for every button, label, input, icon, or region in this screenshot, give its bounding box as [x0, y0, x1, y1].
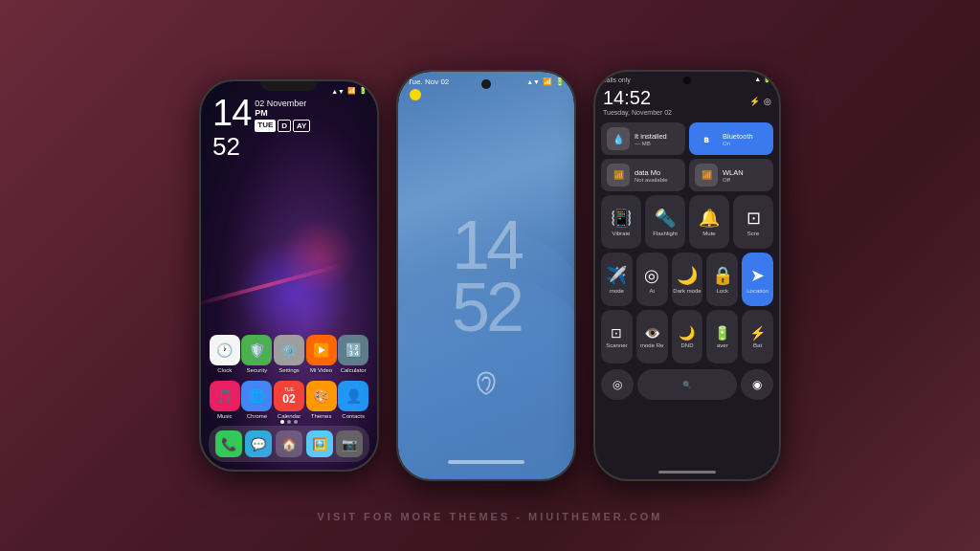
tile-mute[interactable]: 🔔 Mute — [689, 195, 729, 249]
tile-install-sub: — MB — [635, 141, 679, 146]
phones-container: ▲▼ 📶 🔋 14 02 November PM TUE D — [199, 0, 781, 551]
tile-readmode[interactable]: 👁️ mode Re — [636, 310, 668, 364]
app-themes[interactable]: 🎨 Themes — [305, 381, 338, 419]
dock-camera[interactable]: 📷 — [336, 430, 363, 457]
phone1-time: 14 — [212, 95, 251, 131]
phone2-minute: 52 — [452, 276, 521, 339]
dock-gallery[interactable]: 🖼️ — [306, 430, 333, 457]
tile-data-sub: Not available — [635, 177, 679, 183]
phone3-tiles: 💧 It installed — MB ʙ — [595, 120, 779, 366]
dock-home[interactable]: 🏠 — [276, 430, 302, 457]
phone3-bottom-btn3[interactable]: ◉ — [741, 369, 773, 400]
phone3-small-row2: ✈️ mode ◎ Ai 🌙 Dark mode 🔒 — [601, 253, 773, 306]
phone2-home-bar — [448, 460, 524, 464]
app-calendar[interactable]: TUE02 Calendar — [273, 381, 305, 419]
phone2-date-status: Tue. Nov 02 — [408, 77, 449, 86]
app-settings[interactable]: ⚙️ Settings — [273, 335, 305, 373]
dock-messages[interactable]: 💬 — [245, 430, 272, 457]
phone2-weather-icon — [410, 89, 421, 100]
tile-screen-label: Scre — [747, 231, 759, 236]
phone3-bottom-search[interactable]: 🔍 — [637, 369, 736, 400]
tile-scanner[interactable]: ⊡ Scanner — [601, 310, 633, 364]
phone-home: ▲▼ 📶 🔋 14 02 November PM TUE D — [199, 79, 379, 472]
tile-install-icon: 💧 — [607, 127, 630, 150]
tile-bluetooth-title: Bluetooth — [723, 132, 768, 141]
tile-darkmode-label: Dark mode — [673, 288, 701, 294]
tile-darkmode[interactable]: 🌙 Dark mode — [672, 253, 703, 306]
phone3-settings-icon[interactable]: ◎ — [764, 97, 771, 106]
tile-lock[interactable]: 🔒 Lock — [706, 253, 738, 306]
phone1-day1: TUE — [255, 120, 276, 132]
phone1-day2: D — [278, 120, 291, 132]
tile-screen[interactable]: ⊡ Scre — [733, 195, 773, 249]
tile-data-title: data Mo — [635, 168, 679, 177]
tile-wlan-icon: 📶 — [695, 164, 718, 187]
dock-phone[interactable]: 📞 — [215, 430, 242, 457]
app-music[interactable]: 🎵 Music — [209, 381, 241, 419]
phone1-screen: ▲▼ 📶 🔋 14 02 November PM TUE D — [201, 81, 377, 470]
phone1-date: 02 November — [255, 99, 310, 108]
tile-vibrate-label: Vibrate — [612, 231, 631, 236]
tile-lock-label: Lock — [716, 288, 728, 294]
tile-wlan[interactable]: 📶 WLAN Off — [689, 159, 773, 191]
app-security[interactable]: 🛡️ Security — [241, 335, 274, 373]
tile-bluetooth-icon: ʙ — [695, 127, 718, 150]
app-calculator[interactable]: 🔢 Calculator — [337, 335, 369, 373]
phone3-screen: calls only ▲ 🔋 14:52 Tuesday, November 0… — [595, 72, 779, 479]
phone3-status-left: calls only — [603, 77, 631, 83]
phone-controlcenter: calls only ▲ 🔋 14:52 Tuesday, November 0… — [593, 70, 781, 481]
phone1-clock-widget: 14 02 November PM TUE D AY 52 — [212, 95, 310, 162]
phone3-bottom-btn1[interactable]: ◎ — [601, 369, 634, 400]
phone2-screen: Tue. Nov 02 ▲▼ 📶 🔋 14 52 — [398, 72, 574, 479]
phone2-fingerprint[interactable] — [472, 370, 501, 403]
tile-wlan-title: WLAN — [723, 168, 768, 177]
tile-bluetooth[interactable]: ʙ Bluetooth On — [689, 122, 773, 155]
app-chrome[interactable]: 🌐 Chrome — [241, 381, 274, 419]
app-contacts[interactable]: 👤 Contacts — [337, 381, 369, 419]
phone2-hour: 14 — [452, 214, 521, 276]
tile-vibrate[interactable]: 📳 Vibrate — [601, 195, 641, 249]
tile-ai-label: Ai — [650, 288, 655, 294]
tile-location[interactable]: ➤ Location — [742, 253, 773, 306]
tile-airplane-label: mode — [610, 288, 624, 294]
phone1-ampm: PM — [255, 108, 310, 118]
tile-install[interactable]: 💧 It installed — MB — [601, 122, 685, 155]
phone2-notification — [410, 89, 421, 100]
tile-bat[interactable]: ⚡ Bat — [742, 310, 773, 364]
phone3-status-icons: ▲ 🔋 — [754, 76, 771, 83]
phone1-apps-row1: 🕐 Clock 🛡️ Security ⚙️ Settings ▶️ — [209, 335, 369, 373]
watermark: VISIT FOR MORE THEMES - MIUITHEMER.COM — [318, 511, 663, 522]
phone1-notch — [260, 81, 318, 91]
phone3-small-row3: ⊡ Scanner 👁️ mode Re 🌙 DND 🔋 — [601, 310, 773, 364]
tile-wlan-sub: Off — [723, 177, 768, 183]
tile-battery-saver[interactable]: 🔋 aver — [706, 310, 738, 364]
tile-location-label: Location — [746, 288, 768, 294]
tile-mute-label: Mute — [702, 231, 715, 236]
tile-data[interactable]: 📶 data Mo Not available — [601, 159, 685, 191]
phone3-small-row1: 📳 Vibrate 🔦 Flashlight 🔔 Mute ⊡ — [601, 195, 773, 249]
phone1-dock: 📞 💬 🏠 🖼️ 📷 — [209, 426, 369, 462]
tile-airplane[interactable]: ✈️ mode — [601, 253, 633, 306]
phone2-clock: 14 52 — [452, 214, 521, 339]
tile-dnd[interactable]: 🌙 DND — [672, 310, 703, 364]
phone3-tile-row1: 💧 It installed — MB ʙ — [601, 122, 773, 155]
tile-bluetooth-sub: On — [723, 141, 768, 146]
app-clock[interactable]: 🕐 Clock — [209, 335, 241, 373]
phone3-date: Tuesday, November 02 — [603, 109, 672, 116]
tile-flashlight[interactable]: 🔦 Flashlight — [645, 195, 685, 249]
phone3-tile-row2: 📶 data Mo Not available 📶 — [601, 159, 773, 191]
phone3-home-bar — [658, 471, 716, 474]
phone1-minute: 52 — [212, 132, 310, 162]
phone3-time: 14:52 — [603, 87, 672, 109]
phone1-apps-row2: 🎵 Music 🌐 Chrome TUE02 Calendar — [209, 381, 369, 419]
tile-data-icon: 📶 — [607, 164, 630, 187]
phone3-edit-icon[interactable]: ⚡ — [749, 97, 760, 106]
tile-ai[interactable]: ◎ Ai — [636, 253, 668, 306]
phone-lockscreen: Tue. Nov 02 ▲▼ 📶 🔋 14 52 — [396, 70, 576, 481]
app-mivideo[interactable]: ▶️ Mi Video — [305, 335, 338, 373]
phone3-bottom-row: ◎ 🔍 ◉ — [595, 366, 779, 400]
tile-install-title: It installed — [635, 132, 679, 141]
phone3-clock-row: 14:52 Tuesday, November 02 ⚡ ◎ — [595, 85, 779, 120]
phone1-apps: 🕐 Clock 🛡️ Security ⚙️ Settings ▶️ — [209, 335, 369, 427]
phone3-camera — [683, 77, 691, 84]
